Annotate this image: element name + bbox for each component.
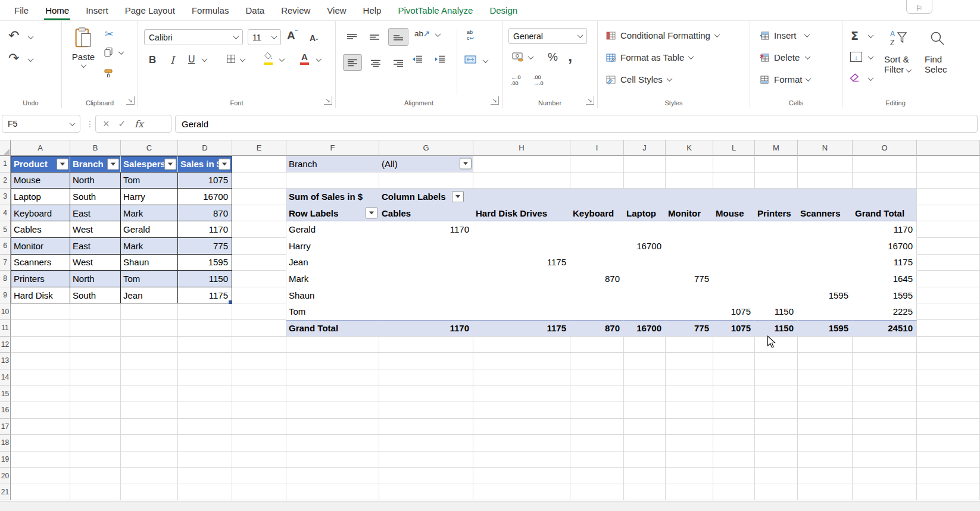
borders-button[interactable] — [226, 54, 236, 64]
cell-D19[interactable] — [178, 452, 232, 468]
cell-A7[interactable]: Scanners — [11, 255, 70, 271]
cell-L3[interactable] — [713, 189, 755, 205]
cell-K3[interactable] — [666, 189, 713, 205]
cell-N21[interactable] — [798, 484, 853, 501]
cell-E15[interactable] — [232, 385, 286, 402]
bottom-align-button[interactable] — [388, 28, 408, 46]
cell-I3[interactable] — [570, 189, 624, 205]
cell-P4[interactable] — [917, 205, 980, 222]
cell-M20[interactable] — [755, 468, 798, 484]
cell-J11[interactable]: 16700 — [624, 320, 666, 337]
cell-B18[interactable] — [70, 435, 121, 452]
cell-C15[interactable] — [121, 385, 178, 402]
cell-O14[interactable] — [853, 369, 917, 386]
cell-J1[interactable] — [624, 156, 666, 173]
top-align-button[interactable] — [343, 29, 361, 45]
cell-E9[interactable] — [232, 287, 286, 304]
select-all-corner[interactable] — [0, 140, 11, 156]
cell-L17[interactable] — [713, 419, 755, 435]
conditional-formatting-button[interactable]: Conditional Formatting — [606, 30, 719, 40]
number-format-combo[interactable]: General — [508, 28, 587, 44]
cell-H4[interactable]: Hard Disk Drives — [473, 205, 570, 222]
cell-L11[interactable]: 1075 — [713, 320, 755, 337]
cell-J17[interactable] — [624, 419, 666, 435]
cell-H3[interactable] — [473, 189, 570, 205]
tab-insert[interactable]: Insert — [77, 0, 117, 20]
cell-L12[interactable] — [713, 337, 755, 353]
cell-D7[interactable]: 1595 — [178, 255, 232, 271]
cell-G1[interactable]: (All) — [379, 156, 473, 173]
cell-N2[interactable] — [798, 173, 853, 189]
copy-dropdown[interactable] — [119, 51, 123, 55]
cell-I14[interactable] — [570, 369, 624, 386]
cell-H8[interactable] — [473, 271, 570, 287]
cell-H12[interactable] — [473, 337, 570, 353]
merge-center-dropdown[interactable] — [483, 59, 488, 63]
cell-P14[interactable] — [917, 369, 980, 386]
cell-B3[interactable]: South — [70, 189, 121, 205]
cell-E20[interactable] — [232, 468, 286, 484]
cell-I21[interactable] — [570, 484, 624, 501]
cell-E10[interactable] — [232, 303, 286, 320]
tab-pivottable-analyze[interactable]: PivotTable Analyze — [389, 0, 481, 20]
cell-F16[interactable] — [286, 402, 379, 419]
cell-L9[interactable] — [713, 287, 755, 304]
cell-C17[interactable] — [121, 419, 178, 435]
cell-M7[interactable] — [755, 255, 798, 271]
filter-button-G3[interactable] — [452, 191, 464, 202]
align-left-button[interactable] — [343, 54, 362, 71]
cell-A8[interactable]: Printers — [11, 271, 70, 287]
formula-bar-grip[interactable]: ⋮ — [86, 119, 94, 128]
row-header-5[interactable]: 5 — [0, 221, 11, 238]
col-header-K[interactable]: K — [666, 140, 713, 156]
cell-I17[interactable] — [570, 419, 624, 435]
cell-C18[interactable] — [121, 435, 178, 452]
cell-O16[interactable] — [853, 402, 917, 419]
cut-button[interactable]: ✂ — [105, 28, 113, 40]
decrease-decimal-button[interactable]: .00→.0 — [533, 74, 544, 86]
cell-M6[interactable] — [755, 238, 798, 255]
cell-N13[interactable] — [798, 353, 853, 369]
cell-J14[interactable] — [624, 369, 666, 386]
cell-F1[interactable]: Branch — [286, 156, 379, 173]
col-header-B[interactable]: B — [70, 140, 121, 156]
cell-J18[interactable] — [624, 435, 666, 452]
cell-E6[interactable] — [232, 238, 286, 255]
cell-D21[interactable] — [178, 484, 232, 501]
autosum-dropdown[interactable] — [869, 34, 873, 38]
align-right-button[interactable] — [389, 55, 407, 71]
cell-B20[interactable] — [70, 468, 121, 484]
cell-O21[interactable] — [853, 484, 917, 501]
cell-F6[interactable]: Harry — [286, 238, 379, 255]
cell-C13[interactable] — [121, 353, 178, 369]
cell-H6[interactable] — [473, 238, 570, 255]
cell-J16[interactable] — [624, 402, 666, 419]
row-header-6[interactable]: 6 — [0, 238, 11, 255]
cell-G20[interactable] — [379, 468, 473, 484]
cell-D17[interactable] — [178, 419, 232, 435]
cell-F3[interactable]: Sum of Sales in $ — [286, 189, 379, 205]
cell-A5[interactable]: Cables — [11, 221, 70, 238]
cell-B14[interactable] — [70, 369, 121, 386]
cell-M1[interactable] — [755, 156, 798, 173]
cell-J21[interactable] — [624, 484, 666, 501]
cell-K7[interactable] — [666, 255, 713, 271]
row-header-15[interactable]: 15 — [0, 385, 11, 402]
cell-F15[interactable] — [286, 385, 379, 402]
cell-M16[interactable] — [755, 402, 798, 419]
cell-D11[interactable] — [178, 320, 232, 337]
cell-L15[interactable] — [713, 385, 755, 402]
cell-I19[interactable] — [570, 452, 624, 468]
cell-I5[interactable] — [570, 221, 624, 238]
cell-B9[interactable]: South — [70, 287, 121, 304]
cell-K1[interactable] — [666, 156, 713, 173]
cell-B2[interactable]: North — [70, 173, 121, 189]
cell-B10[interactable] — [70, 303, 121, 320]
cell-A16[interactable] — [11, 402, 70, 419]
percent-style-button[interactable]: % — [548, 51, 558, 64]
cell-N10[interactable] — [798, 303, 853, 320]
cell-E16[interactable] — [232, 402, 286, 419]
cell-I1[interactable] — [570, 156, 624, 173]
cell-A6[interactable]: Monitor — [11, 238, 70, 255]
cell-J7[interactable] — [624, 255, 666, 271]
